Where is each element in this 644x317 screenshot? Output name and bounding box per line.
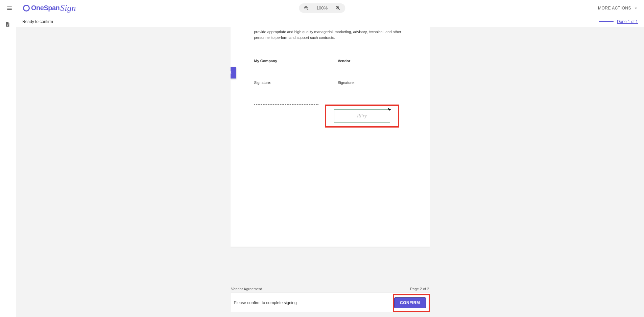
svg-rect-8	[7, 25, 8, 25]
company-signature-label: Signature:	[254, 81, 323, 85]
done-link[interactable]: Done 1 of 1	[617, 19, 638, 24]
menu-icon[interactable]	[5, 4, 14, 12]
top-header: OneSpan Sign 100% MORE ACTIONS	[0, 0, 644, 16]
main-content: DONE provide appropriate and high qualit…	[16, 27, 644, 317]
progress-bar	[599, 21, 614, 22]
more-actions-menu[interactable]: MORE ACTIONS	[598, 5, 639, 11]
cursor-icon	[387, 108, 392, 112]
chevron-down-icon	[633, 5, 639, 11]
svg-line-1	[307, 8, 308, 10]
svg-rect-9	[7, 25, 8, 26]
company-signature-col: My Company Signature:	[254, 59, 323, 105]
company-signature-line	[254, 104, 318, 105]
confirm-bar: Please confirm to complete signing CONFI…	[231, 293, 430, 312]
status-bar: Ready to confirm Done 1 of 1	[16, 16, 644, 27]
document-wrapper: DONE provide appropriate and high qualit…	[231, 27, 430, 317]
footer-page-number: Page 2 of 2	[410, 287, 429, 291]
footer-doc-name: Vendor Agreement	[231, 287, 262, 291]
vendor-signature-label: Signature:	[338, 81, 406, 85]
zoom-in-icon[interactable]	[334, 5, 341, 12]
document-body-text: provide appropriate and high quality man…	[254, 27, 406, 40]
document-page: DONE provide appropriate and high qualit…	[231, 27, 430, 247]
done-button-label: DONE	[231, 70, 232, 75]
document-page-wrap: DONE provide appropriate and high qualit…	[231, 27, 430, 247]
confirm-button[interactable]: CONFIRM	[394, 297, 426, 308]
svg-line-4	[338, 8, 340, 10]
document-icon[interactable]	[5, 21, 11, 28]
app-logo: OneSpan Sign	[23, 3, 76, 14]
status-text: Ready to confirm	[22, 19, 53, 24]
done-button[interactable]: DONE	[231, 67, 237, 78]
logo-circle-icon	[23, 5, 30, 12]
vendor-signature-col: Vendor Signature:	[338, 59, 406, 105]
left-sidebar	[0, 16, 16, 317]
zoom-level: 100%	[316, 5, 328, 10]
signature-highlight: RFry	[325, 105, 399, 128]
more-actions-label: MORE ACTIONS	[598, 6, 631, 10]
status-right: Done 1 of 1	[599, 19, 638, 24]
page-footer: Vendor Agreement Page 2 of 2	[231, 285, 430, 293]
logo-text: OneSpan	[31, 4, 59, 12]
zoom-out-icon[interactable]	[303, 5, 310, 12]
logo-sign: Sign	[60, 3, 76, 13]
company-heading: My Company	[254, 59, 323, 63]
zoom-control: 100%	[299, 3, 345, 13]
signature-field[interactable]: RFry	[334, 109, 390, 123]
svg-rect-7	[7, 24, 8, 24]
vendor-heading: Vendor	[338, 59, 406, 63]
signature-row: My Company Signature: Vendor Signature:	[254, 59, 406, 105]
signature-scribble: RFry	[357, 113, 367, 119]
confirm-message: Please confirm to complete signing	[234, 300, 297, 305]
doc-scroll-area: DONE provide appropriate and high qualit…	[231, 27, 430, 293]
